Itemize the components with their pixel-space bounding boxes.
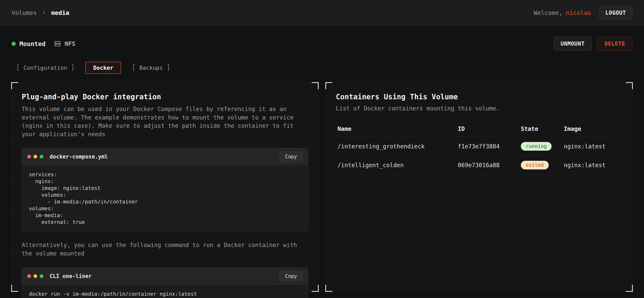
- compose-code: services: nginx: image: nginx:latest vol…: [22, 165, 308, 231]
- corner-bracket: [11, 285, 18, 292]
- cli-filename: CLI one-liner: [50, 273, 92, 279]
- containers-panel-subtitle: List of Docker containers mounting this …: [336, 105, 622, 112]
- containers-table-header-row: Name ID State Image: [336, 122, 622, 137]
- corner-bracket: [11, 82, 18, 89]
- container-state-cell: running: [519, 137, 562, 156]
- tab-bar: [ Configuration ] [ Docker ] [ Backups ]: [12, 61, 632, 74]
- compose-code-card: docker-compose.yml Copy services: nginx:…: [22, 148, 308, 232]
- tab-docker-label: Docker: [93, 65, 114, 71]
- container-name: /interesting_grothendieck: [336, 137, 456, 156]
- cli-code-card: CLI one-liner Copy docker run -v im-medi…: [22, 268, 308, 298]
- column-header-id: ID: [456, 122, 519, 137]
- table-row: /interesting_grothendieck f1e73e7f3884 r…: [336, 137, 622, 156]
- cli-code: docker run -v im-media:/path/in/containe…: [22, 285, 308, 298]
- volume-detail-page: Volumes › media Welcome, nicolas LOGOUT …: [0, 0, 644, 298]
- welcome-prefix: Welcome,: [534, 9, 562, 16]
- corner-bracket: [626, 82, 633, 89]
- column-header-image: Image: [562, 122, 622, 137]
- cli-intro-text: Alternatively, you can use the following…: [22, 241, 308, 258]
- corner-bracket: [325, 285, 332, 292]
- tab-backups-label: Backups: [139, 65, 163, 71]
- tab-configuration-label: Configuration: [24, 65, 67, 71]
- cli-code-card-header: CLI one-liner Copy: [22, 268, 308, 285]
- window-close-dot-icon: [27, 274, 31, 278]
- compose-code-card-header: docker-compose.yml Copy: [22, 148, 308, 165]
- docker-panel-title: Plug-and-play Docker integration: [22, 93, 308, 101]
- docker-integration-panel: Plug-and-play Docker integration This vo…: [12, 83, 318, 292]
- bracket-right-icon: ]: [70, 63, 75, 71]
- tab-backups[interactable]: [ Backups ]: [127, 61, 175, 74]
- breadcrumb-volumes-link[interactable]: Volumes: [12, 9, 37, 16]
- server-icon: [54, 40, 61, 47]
- container-name: /intelligent_colden: [336, 156, 456, 175]
- window-minimize-dot-icon: [34, 155, 37, 158]
- username: nicolas: [566, 9, 591, 16]
- bracket-left-icon: [: [132, 63, 136, 71]
- mounted-status-dot-icon: [12, 42, 16, 46]
- corner-bracket: [312, 82, 319, 89]
- container-image: nginx:latest: [562, 156, 622, 175]
- window-maximize-dot-icon: [40, 155, 44, 158]
- table-row: /intelligent_colden 069e73016a88 exited …: [336, 156, 622, 175]
- volume-actions: UNMOUNT DELETE: [554, 37, 633, 51]
- column-header-name: Name: [336, 122, 456, 137]
- containers-panel: Containers Using This Volume List of Doc…: [326, 83, 632, 292]
- mount-status-label: Mounted: [20, 40, 46, 47]
- bracket-left-icon: [: [16, 63, 20, 71]
- window-close-dot-icon: [27, 155, 31, 158]
- topbar: Volumes › media Welcome, nicolas LOGOUT: [0, 0, 644, 26]
- docker-panel-description: This volume can be used in your Docker C…: [22, 105, 308, 139]
- state-badge: exited: [521, 161, 549, 169]
- bracket-right-icon: ]: [166, 63, 171, 71]
- mount-status: Mounted: [12, 40, 46, 47]
- compose-filename: docker-compose.yml: [50, 153, 108, 160]
- delete-button[interactable]: DELETE: [597, 37, 632, 51]
- corner-bracket: [626, 285, 633, 292]
- copy-cli-button[interactable]: Copy: [280, 271, 302, 281]
- container-id: 069e73016a88: [456, 156, 519, 175]
- window-minimize-dot-icon: [34, 274, 37, 278]
- window-dots: [27, 155, 44, 158]
- panels-row: Plug-and-play Docker integration This vo…: [12, 83, 632, 292]
- copy-compose-button[interactable]: Copy: [280, 151, 302, 162]
- main-content: Mounted NFS UNMOUNT DELETE: [0, 26, 644, 298]
- corner-bracket: [325, 82, 332, 89]
- logout-button[interactable]: LOGOUT: [599, 6, 632, 19]
- state-badge: running: [521, 142, 552, 151]
- corner-bracket: [312, 285, 319, 292]
- driver-label: NFS: [64, 40, 75, 47]
- containers-table: Name ID State Image /interesting_grothen…: [336, 122, 622, 175]
- window-dots: [27, 274, 44, 278]
- volume-status-group: Mounted NFS: [12, 40, 76, 47]
- window-maximize-dot-icon: [40, 274, 44, 278]
- container-image: nginx:latest: [562, 137, 622, 156]
- column-header-state: State: [519, 122, 562, 137]
- container-id: f1e73e7f3884: [456, 137, 519, 156]
- tab-configuration[interactable]: [ Configuration ]: [12, 61, 79, 74]
- unmount-button[interactable]: UNMOUNT: [554, 37, 592, 51]
- breadcrumb: Volumes › media: [12, 9, 69, 16]
- topbar-right: Welcome, nicolas LOGOUT: [534, 6, 632, 19]
- chevron-right-icon: ›: [42, 8, 46, 16]
- welcome-text: Welcome, nicolas: [534, 9, 591, 16]
- breadcrumb-current-volume: media: [51, 9, 69, 16]
- volume-driver: NFS: [54, 40, 75, 47]
- tab-docker[interactable]: [ Docker ]: [85, 62, 121, 74]
- containers-panel-title: Containers Using This Volume: [336, 93, 622, 101]
- container-state-cell: exited: [519, 156, 562, 175]
- volume-status-row: Mounted NFS UNMOUNT DELETE: [12, 37, 632, 51]
